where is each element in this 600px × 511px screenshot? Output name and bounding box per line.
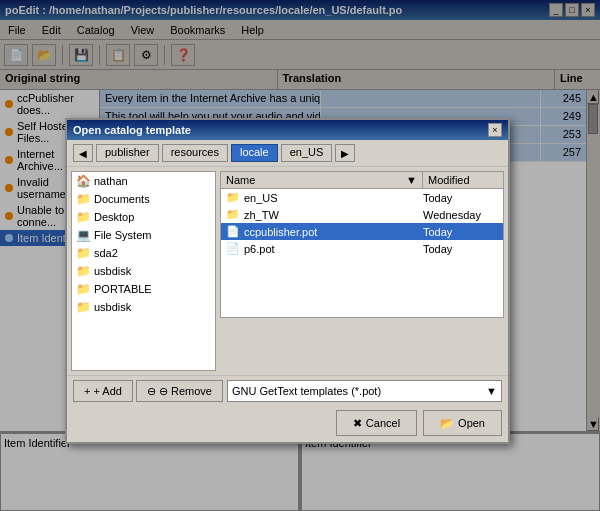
minus-icon: ⊖	[147, 385, 156, 398]
computer-icon: 💻	[76, 228, 91, 242]
file-filter-dropdown[interactable]: GNU GetText templates (*.pot) ▼	[227, 380, 502, 402]
open-icon: 📂	[440, 417, 454, 430]
folder-icon: 📁	[76, 192, 91, 206]
tree-item-sda2[interactable]: 📁 sda2	[72, 244, 215, 262]
file-icon: 📄	[226, 225, 240, 238]
dialog-bottom-bar: + + Add ⊖ ⊖ Remove GNU GetText templates…	[67, 375, 508, 406]
file-row-ccpublisher[interactable]: 📄 ccpublisher.pot Today	[221, 223, 503, 240]
nav-locale-btn[interactable]: locale	[231, 144, 278, 162]
tree-item-usbdisk-2[interactable]: 📁 usbdisk	[72, 298, 215, 316]
file-list: 📁 en_US Today 📁 zh_TW Wednesday 📄 ccpubl…	[220, 188, 504, 318]
dialog-close-button[interactable]: ×	[488, 123, 502, 137]
sort-icon: ▼	[406, 174, 417, 186]
folder-icon: 📁	[76, 300, 91, 314]
folder-icon: 📁	[76, 264, 91, 278]
tree-item-filesystem[interactable]: 💻 File System	[72, 226, 215, 244]
nav-forward-arrow[interactable]: ▶	[335, 144, 355, 162]
folder-icon: 📁	[226, 208, 240, 221]
file-name-header[interactable]: Name ▼	[221, 172, 423, 188]
nav-publisher-btn[interactable]: publisher	[96, 144, 159, 162]
add-remove-buttons: + + Add ⊖ ⊖ Remove	[73, 380, 223, 402]
tree-item-usbdisk-1[interactable]: 📁 usbdisk	[72, 262, 215, 280]
dialog-actions: ✖ Cancel 📂 Open	[67, 406, 508, 442]
remove-button[interactable]: ⊖ ⊖ Remove	[136, 380, 223, 402]
dialog-nav: ◀ publisher resources locale en_US ▶	[67, 140, 508, 167]
add-button[interactable]: + + Add	[73, 380, 133, 402]
cancel-icon: ✖	[353, 417, 362, 430]
open-button[interactable]: 📂 Open	[423, 410, 502, 436]
plus-icon: +	[84, 385, 90, 397]
file-tree: 🏠 nathan 📁 Documents 📁 Desktop 💻 File Sy…	[71, 171, 216, 371]
open-catalog-dialog: Open catalog template × ◀ publisher reso…	[65, 118, 510, 444]
home-icon: 🏠	[76, 174, 91, 188]
tree-item-documents[interactable]: 📁 Documents	[72, 190, 215, 208]
folder-icon: 📁	[76, 210, 91, 224]
dialog-content: 🏠 nathan 📁 Documents 📁 Desktop 💻 File Sy…	[67, 167, 508, 375]
file-icon: 📄	[226, 242, 240, 255]
dropdown-arrow-icon: ▼	[486, 385, 497, 397]
file-modified-header[interactable]: Modified	[423, 172, 503, 188]
folder-icon: 📁	[76, 282, 91, 296]
dialog-title: Open catalog template	[73, 124, 191, 136]
file-row-en_us[interactable]: 📁 en_US Today	[221, 189, 503, 206]
tree-item-desktop[interactable]: 📁 Desktop	[72, 208, 215, 226]
nav-resources-btn[interactable]: resources	[162, 144, 228, 162]
nav-en_us-btn[interactable]: en_US	[281, 144, 333, 162]
file-row-p6[interactable]: 📄 p6.pot Today	[221, 240, 503, 257]
file-list-header: Name ▼ Modified	[220, 171, 504, 188]
dialog-titlebar: Open catalog template ×	[67, 120, 508, 140]
nav-back-arrow[interactable]: ◀	[73, 144, 93, 162]
tree-item-nathan[interactable]: 🏠 nathan	[72, 172, 215, 190]
file-row-zh_tw[interactable]: 📁 zh_TW Wednesday	[221, 206, 503, 223]
file-list-panel: Name ▼ Modified 📁 en_US Today 📁 zh_TW We…	[220, 171, 504, 371]
cancel-button[interactable]: ✖ Cancel	[336, 410, 417, 436]
folder-icon: 📁	[226, 191, 240, 204]
folder-icon: 📁	[76, 246, 91, 260]
tree-item-portable[interactable]: 📁 PORTABLE	[72, 280, 215, 298]
